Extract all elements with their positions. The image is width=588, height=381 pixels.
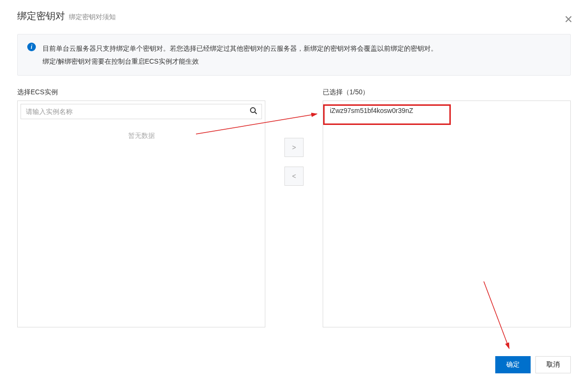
selected-panel: 已选择（1/50） iZwz97sm51bf4kosw0r39nZ xyxy=(323,88,571,327)
dialog-title: 绑定密钥对 xyxy=(17,10,65,22)
search-wrap xyxy=(18,101,265,122)
info-banner: i 目前单台云服务器只支持绑定单个密钥对。若您选择已经绑定过其他密钥对的云服务器… xyxy=(17,34,571,76)
dialog-subtitle: 绑定密钥对须知 xyxy=(69,13,116,22)
empty-text: 暂无数据 xyxy=(18,122,265,150)
list-item[interactable]: iZwz97sm51bf4kosw0r39nZ xyxy=(323,101,570,120)
info-icon: i xyxy=(27,43,36,51)
info-line-1: 目前单台云服务器只支持绑定单个密钥对。若您选择已经绑定过其他密钥对的云服务器，新… xyxy=(43,42,437,55)
add-button[interactable]: > xyxy=(284,138,304,157)
info-line-2: 绑定/解绑密钥对需要在控制台重启ECS实例才能生效 xyxy=(43,55,437,68)
source-panel-label: 选择ECS实例 xyxy=(17,88,265,97)
selected-panel-label: 已选择（1/50） xyxy=(323,88,571,97)
info-text: 目前单台云服务器只支持绑定单个密钥对。若您选择已经绑定过其他密钥对的云服务器，新… xyxy=(43,42,437,67)
selected-panel-box: iZwz97sm51bf4kosw0r39nZ xyxy=(323,101,571,327)
search-input[interactable] xyxy=(21,104,262,119)
dialog-footer: 确定 取消 xyxy=(495,356,571,373)
source-panel: 选择ECS实例 暂无数据 xyxy=(17,88,265,327)
dialog-header: 绑定密钥对 绑定密钥对须知 xyxy=(17,10,571,22)
remove-button[interactable]: < xyxy=(284,167,304,186)
confirm-button[interactable]: 确定 xyxy=(495,356,531,373)
close-icon[interactable]: ✕ xyxy=(564,14,573,25)
bind-keypair-dialog: 绑定密钥对 绑定密钥对须知 ✕ i 目前单台云服务器只支持绑定单个密钥对。若您选… xyxy=(0,0,588,337)
source-panel-box: 暂无数据 xyxy=(17,101,265,327)
transfer-controls: > < xyxy=(265,88,323,186)
transfer-widget: 选择ECS实例 暂无数据 > xyxy=(17,88,571,327)
cancel-button[interactable]: 取消 xyxy=(535,356,571,373)
